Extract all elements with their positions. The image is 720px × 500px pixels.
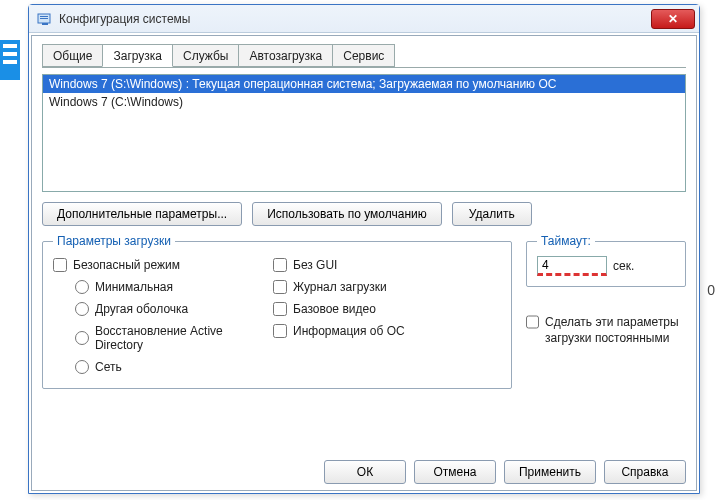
boot-params-group: Параметры загрузки Безопасный режим Мини… — [42, 234, 512, 389]
tab-startup[interactable]: Автозагрузка — [238, 44, 333, 67]
base-video-checkbox[interactable] — [273, 302, 287, 316]
boot-buttons: Дополнительные параметры... Использовать… — [42, 202, 686, 226]
svg-rect-1 — [40, 16, 48, 17]
persist-row: Сделать эти параметры загрузки постоянны… — [526, 315, 686, 346]
boot-list[interactable]: Windows 7 (S:\Windows) : Текущая операци… — [42, 74, 686, 192]
help-button[interactable]: Справка — [604, 460, 686, 484]
left-menu-icon — [0, 40, 20, 80]
safe-mode-checkbox[interactable] — [53, 258, 67, 272]
cancel-button[interactable]: Отмена — [414, 460, 496, 484]
base-video-label: Базовое видео — [293, 302, 376, 316]
tab-boot[interactable]: Загрузка — [102, 44, 173, 67]
middle-section: Параметры загрузки Безопасный режим Мини… — [42, 234, 686, 389]
window-title: Конфигурация системы — [59, 12, 645, 26]
boot-entry-selected[interactable]: Windows 7 (S:\Windows) : Текущая операци… — [43, 75, 685, 93]
apply-button[interactable]: Применить — [504, 460, 596, 484]
advanced-options-button[interactable]: Дополнительные параметры... — [42, 202, 242, 226]
network-label: Сеть — [95, 360, 122, 374]
boot-col-left: Безопасный режим Минимальная Другая обол… — [53, 254, 273, 378]
os-info-label: Информация об ОС — [293, 324, 405, 338]
dialog-footer: ОК Отмена Применить Справка — [42, 450, 686, 484]
tab-services[interactable]: Службы — [172, 44, 239, 67]
boot-log-checkbox[interactable] — [273, 280, 287, 294]
minimal-radio[interactable] — [75, 280, 89, 294]
ad-repair-radio[interactable] — [75, 331, 89, 345]
timeout-section: Таймаут: сек. Сделать эти параметры загр… — [526, 234, 686, 346]
persist-checkbox[interactable] — [526, 315, 539, 329]
set-default-button[interactable]: Использовать по умолчанию — [252, 202, 442, 226]
persist-label: Сделать эти параметры загрузки постоянны… — [545, 315, 686, 346]
alt-shell-label: Другая оболочка — [95, 302, 188, 316]
alt-shell-radio[interactable] — [75, 302, 89, 316]
delete-button[interactable]: Удалить — [452, 202, 532, 226]
background-char: 0 — [707, 282, 715, 298]
ok-button[interactable]: ОК — [324, 460, 406, 484]
close-button[interactable]: ✕ — [651, 9, 695, 29]
safe-mode-label: Безопасный режим — [73, 258, 180, 272]
boot-col-right: Без GUI Журнал загрузки Базовое видео Ин… — [273, 254, 443, 378]
tab-row: Общие Загрузка Службы Автозагрузка Серви… — [42, 44, 686, 68]
tab-tools[interactable]: Сервис — [332, 44, 395, 67]
no-gui-label: Без GUI — [293, 258, 337, 272]
svg-rect-2 — [40, 18, 48, 19]
timeout-unit: сек. — [613, 259, 634, 273]
timeout-input[interactable] — [537, 256, 607, 276]
ad-repair-label: Восстановление Active Directory — [95, 324, 273, 352]
minimal-label: Минимальная — [95, 280, 173, 294]
app-icon — [37, 11, 53, 27]
svg-rect-3 — [42, 23, 48, 25]
no-gui-checkbox[interactable] — [273, 258, 287, 272]
msconfig-window: Конфигурация системы ✕ Общие Загрузка Сл… — [28, 4, 700, 494]
boot-log-label: Журнал загрузки — [293, 280, 387, 294]
os-info-checkbox[interactable] — [273, 324, 287, 338]
timeout-legend: Таймаут: — [537, 234, 595, 248]
boot-entry[interactable]: Windows 7 (C:\Windows) — [43, 93, 685, 111]
network-radio[interactable] — [75, 360, 89, 374]
titlebar: Конфигурация системы ✕ — [29, 5, 699, 33]
close-icon: ✕ — [668, 12, 678, 26]
timeout-group: Таймаут: сек. — [526, 234, 686, 287]
client-area: Общие Загрузка Службы Автозагрузка Серви… — [31, 35, 697, 491]
tab-general[interactable]: Общие — [42, 44, 103, 67]
boot-params-legend: Параметры загрузки — [53, 234, 175, 248]
